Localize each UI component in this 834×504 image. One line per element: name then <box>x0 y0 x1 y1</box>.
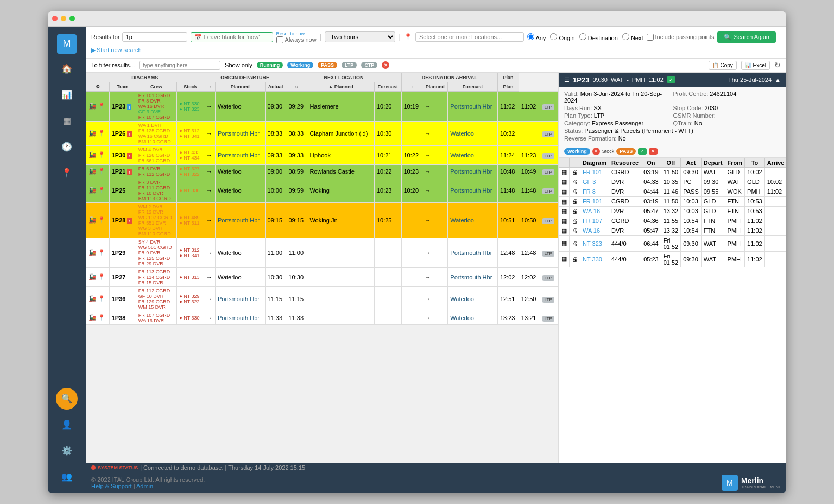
results-label: Results for <box>91 32 187 42</box>
detail-row[interactable]: ▦ 🖨 FR 107 CGRD 04:36 11:55 10:54 FTN PM… <box>559 216 787 226</box>
sidebar-item-home[interactable]: 🏠 <box>56 58 78 80</box>
badge-ctp[interactable]: CTP <box>361 62 377 68</box>
detail-badge-pass[interactable]: PASS <box>616 148 636 155</box>
status-dot <box>91 465 96 470</box>
sidebar-item-user[interactable]: 👤 <box>56 414 78 436</box>
table-row[interactable]: 🚂 📍 1P30 ! WM 4 DVR FR 126 CGRD FR 561 C… <box>86 145 558 164</box>
sidebar-item-dashboard[interactable]: 📊 <box>56 84 78 106</box>
detail-from: WAT <box>725 177 745 187</box>
sidebar-item-location[interactable]: 📍 <box>56 162 78 184</box>
detail-icon2: 🖨 <box>570 226 580 235</box>
separator2-icon: | <box>399 33 401 41</box>
dest-arrow: → <box>422 91 448 121</box>
radio-any[interactable]: Any <box>527 33 546 41</box>
table-row[interactable]: 🚂 📍 1P36 FR 112 CGRD GF 10 DVR FR 129 CG… <box>86 286 558 311</box>
origin-location: Portsmouth Hbr <box>215 286 265 311</box>
detail-diagram: WA 16 <box>580 226 609 235</box>
sidebar-item-board[interactable]: ▦ <box>56 110 78 132</box>
detail-row[interactable]: ▦ 🖨 NT 323 444/0 06:44 Fri 01:52 09:30 W… <box>559 235 787 251</box>
duration-select[interactable]: Two hours One hour Four hours <box>325 31 395 42</box>
detail-act: 10:03 <box>681 206 702 216</box>
table-row[interactable]: 🚂 📍 1P25 FR 3 DVR FR 111 CGRD FR 10 DVR … <box>86 178 558 202</box>
detail-row[interactable]: ▦ 🖨 FR 101 CGRD 03:19 11:50 10:03 GLD FT… <box>559 196 787 206</box>
dest-forecast: 12:50 <box>519 286 540 311</box>
detail-arrive <box>764 167 786 177</box>
table-row[interactable]: 🚂 📍 1P27 FR 113 CGRD FR 114 CGRD FR 15 D… <box>86 267 558 286</box>
table-row[interactable]: 🚂 📍 1P21 ! FR 6 DVR FR 112 CGRD ● NT 327… <box>86 164 558 178</box>
sidebar-item-history[interactable]: 🕐 <box>56 136 78 158</box>
datetime-input[interactable] <box>204 34 269 40</box>
detail-badge-working[interactable]: Working <box>564 148 590 155</box>
admin-link[interactable]: Admin <box>136 483 153 489</box>
badge-pass[interactable]: PASS <box>318 62 337 68</box>
origin-arrow: → <box>204 164 215 178</box>
detail-row[interactable]: ▦ 🖨 GF 3 DVR 04:33 10:35 PC 09:30 WAT <box>559 177 787 187</box>
dest-arrow: → <box>422 238 448 267</box>
reset-to-now-link[interactable]: Reset to now <box>276 31 317 36</box>
origin-location: Waterloo <box>215 238 265 267</box>
radio-next[interactable]: Next <box>622 33 643 41</box>
sidebar-item-admin[interactable]: 👥 <box>56 466 78 488</box>
detail-off: 11:50 <box>661 167 681 177</box>
top-bar: Results for 📅 Reset to now Always now | <box>86 27 786 59</box>
valid-label: Valid: Mon 3-Jun-2024 to Fri 20-Sep-2024 <box>564 91 672 104</box>
table-row[interactable]: 🚂 📍 1P29 SY 4 DVR WG 561 CGRD FR 9 DVR F… <box>86 238 558 267</box>
help-support-link[interactable]: Help & Support <box>91 483 132 489</box>
next-location-header: NEXT LOCATION <box>286 73 401 82</box>
table-row[interactable]: 🚂 📍 1P28 ! WM 2 DVR FR 12 DVR WG 107 CGR… <box>86 202 558 238</box>
detail-row[interactable]: ▦ 🖨 NT 330 444/0 05:23 Fri 01:52 09:30 W… <box>559 251 787 267</box>
copy-button[interactable]: 📋 Copy <box>709 61 737 70</box>
table-row[interactable]: 🚂 📍 1P26 ! WA 1 DVR FR 125 CGRD WA 16 CG… <box>86 121 558 145</box>
badge-working[interactable]: Working <box>287 62 313 68</box>
detail-depart: 09:30 <box>701 177 725 187</box>
excel-button[interactable]: 📊 Excel <box>741 61 770 70</box>
detail-row[interactable]: ▦ 🖨 WA 16 DVR 05:47 13:32 10:54 FTN PMH <box>559 226 787 235</box>
detail-row[interactable]: ▦ 🖨 WA 16 DVR 05:47 13:32 10:03 GLD FTN <box>559 206 787 216</box>
close-window-icon[interactable] <box>52 16 58 21</box>
table-row[interactable]: 🚂 📍 1P23 i FR 101 CGRD FR 8 DVR WA 16 DV… <box>86 91 558 121</box>
detail-icon1: ▦ <box>559 251 570 267</box>
refresh-button[interactable]: ↻ <box>774 61 781 69</box>
origin-arrow: → <box>204 286 215 311</box>
location-input[interactable] <box>415 32 524 42</box>
detail-from: PMH <box>725 251 745 267</box>
detail-diagram: NT 330 <box>580 251 609 267</box>
row-icons: 🚂 📍 <box>86 238 110 267</box>
dest-planned: 13:23 <box>497 311 519 324</box>
dest-location: Portsmouth Hbr <box>448 164 498 178</box>
search-again-button[interactable]: 🔍 Search Again <box>717 31 775 43</box>
detail-icon2: 🖨 <box>570 235 580 251</box>
origin-actual: 09:15 <box>286 202 307 238</box>
maximize-window-icon[interactable] <box>70 16 75 21</box>
radio-origin[interactable]: Origin <box>550 33 574 41</box>
detail-on: 03:19 <box>641 196 661 206</box>
badge-clear[interactable]: ✕ <box>382 61 389 69</box>
minimize-window-icon[interactable] <box>61 16 66 21</box>
detail-icon2: 🖨 <box>570 216 580 226</box>
system-status-label: SYSTEM STATUS <box>98 465 138 470</box>
badge-ltp[interactable]: LTP <box>342 62 357 68</box>
dest-planned: 10:32 <box>497 121 519 145</box>
table-row[interactable]: 🚂 📍 1P38 FR 107 CGRD WA 16 DVR ● NT 330 … <box>86 311 558 324</box>
expand-icon[interactable]: ▲ <box>775 76 781 83</box>
search-input[interactable] <box>122 32 187 42</box>
start-new-search-link[interactable]: ▶ Start new search <box>91 47 142 54</box>
detail-badge-stock-x[interactable]: ✕ <box>592 148 600 155</box>
sidebar-item-settings[interactable]: ⚙️ <box>56 440 78 462</box>
detail-from: FTN <box>725 206 745 216</box>
origin-planned: 09:30 <box>265 91 286 121</box>
filter-input[interactable] <box>139 61 220 70</box>
sidebar-item-search[interactable]: 🔍 <box>56 388 78 410</box>
merlin-text-group: Merlin TRAIN MANAGEMENT <box>741 476 781 489</box>
next-stop: Woking <box>307 178 375 202</box>
col-icon1: ⚙ <box>86 82 110 91</box>
detail-row[interactable]: ▦ 🖨 FR 8 DVR 04:44 11:46 PASS 09:55 WOK <box>559 187 787 196</box>
always-now-checkbox[interactable] <box>276 36 283 43</box>
dest-forecast: 11:48 <box>519 178 540 202</box>
radio-destination[interactable]: Destination <box>579 33 618 41</box>
include-passing-checkbox[interactable] <box>647 34 654 41</box>
detail-row[interactable]: ▦ 🖨 FR 101 CGRD 03:19 11:50 09:30 WAT GL… <box>559 167 787 177</box>
next-forecast <box>401 238 422 267</box>
badge-running[interactable]: Running <box>257 62 283 68</box>
dest-arrow: → <box>422 202 448 238</box>
